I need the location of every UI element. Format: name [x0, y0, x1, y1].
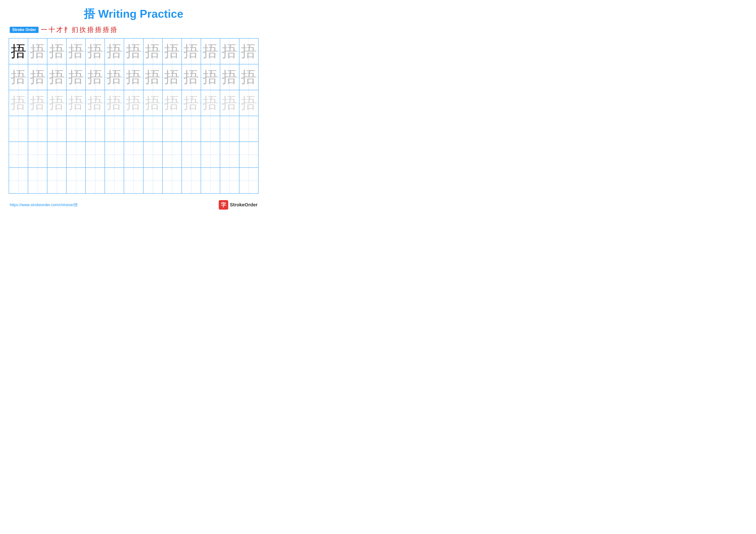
grid-cell[interactable]: [105, 116, 124, 142]
grid-cell[interactable]: [47, 167, 67, 193]
grid-cell[interactable]: 捂: [182, 64, 201, 90]
grid-char: 捂: [126, 93, 141, 113]
grid-cell[interactable]: 捂: [28, 38, 47, 64]
grid-cell[interactable]: 捂: [143, 38, 162, 64]
grid-cell[interactable]: [220, 167, 239, 193]
grid-cell[interactable]: 捂: [239, 90, 258, 116]
grid-cell[interactable]: 捂: [124, 38, 143, 64]
grid-cell[interactable]: [67, 116, 86, 142]
grid-cell[interactable]: 捂: [47, 64, 67, 90]
grid-cell[interactable]: 捂: [124, 64, 143, 90]
grid-cell[interactable]: [9, 167, 28, 193]
grid-char: 捂: [145, 93, 161, 113]
grid-cell[interactable]: 捂: [201, 90, 220, 116]
grid-cell[interactable]: [201, 167, 220, 193]
grid-cell[interactable]: [28, 167, 47, 193]
grid-char: 捂: [11, 93, 26, 113]
grid-cell[interactable]: [86, 142, 105, 167]
grid-cell[interactable]: 捂: [239, 38, 258, 64]
grid-cell[interactable]: 捂: [86, 64, 105, 90]
grid-cell[interactable]: [124, 142, 143, 167]
grid-cell[interactable]: [162, 142, 182, 167]
grid-cell[interactable]: [105, 167, 124, 193]
grid-cell[interactable]: 捂: [67, 38, 86, 64]
stroke-seq-char-7: 捂: [95, 25, 101, 34]
grid-cell[interactable]: 捂: [86, 38, 105, 64]
stroke-seq-char-3: 扌: [64, 25, 70, 34]
grid-cell[interactable]: [47, 116, 67, 142]
grid-cell[interactable]: 捂: [201, 38, 220, 64]
grid-cell[interactable]: [67, 142, 86, 167]
grid-cell[interactable]: 捂: [162, 90, 182, 116]
stroke-seq-char-1: 十: [48, 25, 55, 34]
grid-cell[interactable]: [220, 142, 239, 167]
grid-char: 捂: [145, 67, 161, 88]
grid-cell[interactable]: 捂: [47, 90, 67, 116]
grid-cell[interactable]: 捂: [28, 90, 47, 116]
stroke-order-badge: Stroke Order: [10, 27, 39, 33]
grid-char: 捂: [68, 93, 84, 113]
grid-cell[interactable]: 捂: [143, 90, 162, 116]
grid-cell[interactable]: 捂: [182, 38, 201, 64]
grid-char: 捂: [68, 41, 84, 62]
grid-cell[interactable]: [28, 116, 47, 142]
grid-cell[interactable]: 捂: [28, 64, 47, 90]
grid-cell[interactable]: [182, 116, 201, 142]
grid-cell[interactable]: [9, 142, 28, 167]
grid-cell[interactable]: [86, 116, 105, 142]
grid-cell[interactable]: [182, 167, 201, 193]
stroke-order-row: Stroke Order 一十才扌扪扻捂捂捂捂: [9, 25, 258, 34]
grid-cell[interactable]: [239, 142, 258, 167]
grid-cell[interactable]: 捂: [67, 64, 86, 90]
grid-cell[interactable]: [9, 116, 28, 142]
grid-cell[interactable]: 捂: [9, 38, 28, 64]
grid-cell[interactable]: [143, 142, 162, 167]
footer-url[interactable]: https://www.strokeorder.com/chinese/捂: [10, 202, 78, 207]
grid-char: 捂: [183, 93, 199, 113]
grid-char: 捂: [222, 67, 237, 88]
stroke-seq-char-4: 扪: [72, 25, 78, 34]
grid-cell[interactable]: 捂: [67, 90, 86, 116]
grid-cell[interactable]: [201, 116, 220, 142]
grid-cell[interactable]: 捂: [124, 90, 143, 116]
grid-cell[interactable]: 捂: [105, 38, 124, 64]
grid-cell[interactable]: [47, 142, 67, 167]
grid-char: 捂: [202, 67, 218, 88]
grid-cell[interactable]: 捂: [220, 90, 239, 116]
grid-cell[interactable]: [67, 167, 86, 193]
grid-cell[interactable]: 捂: [182, 90, 201, 116]
grid-cell[interactable]: 捂: [105, 90, 124, 116]
grid-cell[interactable]: 捂: [162, 38, 182, 64]
grid-cell[interactable]: 捂: [86, 90, 105, 116]
grid-cell[interactable]: [28, 142, 47, 167]
grid-cell[interactable]: 捂: [220, 38, 239, 64]
grid-cell[interactable]: [86, 167, 105, 193]
grid-cell[interactable]: [239, 167, 258, 193]
page-title: 捂 Writing Practice: [9, 7, 258, 21]
footer-brand: 字 StrokeOrder: [219, 200, 257, 210]
grid-cell[interactable]: 捂: [220, 64, 239, 90]
grid-cell[interactable]: 捂: [162, 64, 182, 90]
grid-cell[interactable]: [143, 116, 162, 142]
grid-cell[interactable]: [124, 167, 143, 193]
grid-cell[interactable]: 捂: [239, 64, 258, 90]
grid-cell[interactable]: [124, 116, 143, 142]
grid-cell[interactable]: [182, 142, 201, 167]
grid-cell[interactable]: 捂: [9, 64, 28, 90]
grid-cell[interactable]: [162, 116, 182, 142]
grid-char: 捂: [107, 67, 122, 88]
grid-cell[interactable]: 捂: [105, 64, 124, 90]
grid-cell[interactable]: 捂: [47, 38, 67, 64]
grid-cell[interactable]: [201, 142, 220, 167]
grid-char: 捂: [49, 67, 65, 88]
grid-cell[interactable]: 捂: [9, 90, 28, 116]
grid-char: 捂: [145, 41, 161, 62]
grid-cell[interactable]: [143, 167, 162, 193]
grid-cell[interactable]: [105, 142, 124, 167]
grid-char: 捂: [11, 67, 26, 88]
grid-cell[interactable]: [239, 116, 258, 142]
grid-cell[interactable]: 捂: [143, 64, 162, 90]
grid-cell[interactable]: [220, 116, 239, 142]
grid-cell[interactable]: 捂: [201, 64, 220, 90]
grid-cell[interactable]: [162, 167, 182, 193]
